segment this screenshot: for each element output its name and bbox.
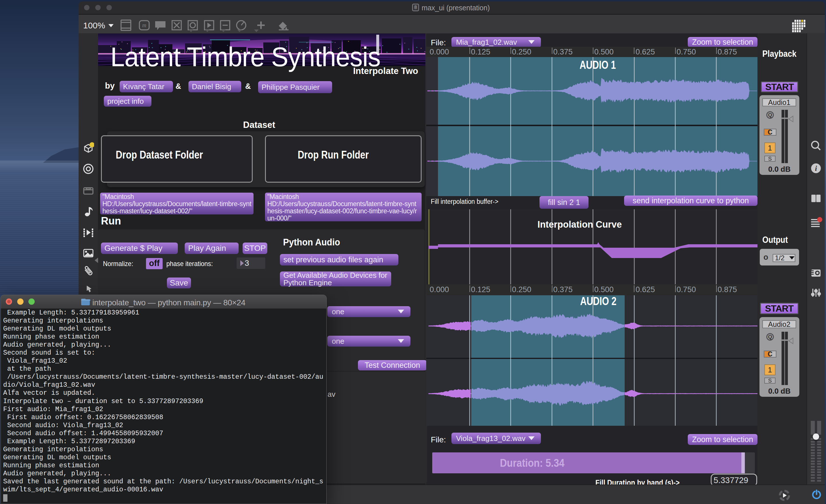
svg-text:i: i: [815, 164, 817, 173]
svg-text:m: m: [142, 22, 146, 28]
